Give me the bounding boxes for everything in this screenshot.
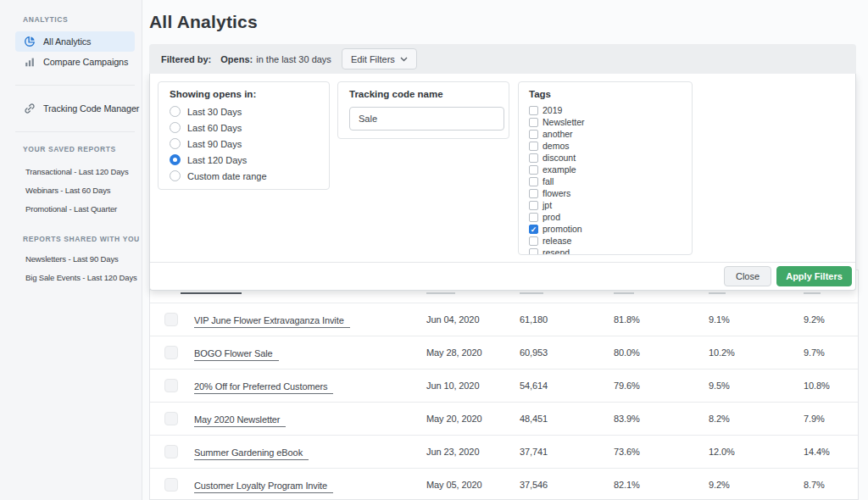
tags-filter-group: Tags 2019 Newsletter another xyxy=(518,81,693,255)
radio-option[interactable]: Last 120 Days xyxy=(170,152,318,168)
shared-report-link[interactable]: Newsletters - Last 90 Days xyxy=(25,254,142,264)
tag-option[interactable]: example xyxy=(529,164,682,175)
campaign-name-link[interactable]: May 2020 Newsletter xyxy=(194,414,286,427)
row-checkbox[interactable] xyxy=(164,412,178,425)
radio-label: Last 60 Days xyxy=(187,123,242,133)
main-content: All Analytics Filtered by: Opens: in the… xyxy=(142,0,868,500)
campaign-table: VIP June Flower Extravaganza Invite Jun … xyxy=(149,269,859,500)
radio-option[interactable]: Last 60 Days xyxy=(170,119,318,136)
pct2-cell: 10.2% xyxy=(709,347,804,358)
tag-checkbox[interactable] xyxy=(529,236,538,246)
saved-report-link[interactable]: Promotional - Last Quarter xyxy=(25,204,142,214)
pct1-cell: 80.0% xyxy=(614,347,709,358)
tag-checkbox[interactable] xyxy=(529,177,538,186)
obscured-text xyxy=(520,292,543,294)
tag-checkbox[interactable] xyxy=(529,106,538,115)
radio-button[interactable] xyxy=(170,154,181,165)
row-checkbox[interactable] xyxy=(164,313,178,326)
campaign-name-cell: May 2020 Newsletter xyxy=(194,411,426,426)
filter-bar: Filtered by: Opens: in the last 30 days … xyxy=(149,44,856,74)
tag-option[interactable]: demos xyxy=(529,140,682,152)
tag-checkbox[interactable] xyxy=(529,142,538,151)
saved-report-link[interactable]: Webinars - Last 60 Days xyxy=(25,186,142,196)
pct3-cell: 8.7% xyxy=(804,480,860,490)
sidebar-divider xyxy=(15,85,135,86)
row-checkbox[interactable] xyxy=(164,379,178,392)
close-button[interactable]: Close xyxy=(724,266,771,286)
tag-option[interactable]: release xyxy=(529,235,682,247)
tag-checkbox[interactable] xyxy=(529,165,538,175)
pct3-cell: 7.9% xyxy=(804,414,860,424)
tag-checkbox[interactable] xyxy=(529,213,538,222)
tag-option[interactable]: jpt xyxy=(529,199,682,211)
table-row[interactable]: 20% Off for Preferred Customers Jun 10, … xyxy=(150,369,858,403)
tag-option[interactable]: prod xyxy=(529,211,682,223)
radio-option[interactable]: Last 90 Days xyxy=(170,136,318,152)
tag-option[interactable]: another xyxy=(529,128,682,140)
tag-label: example xyxy=(542,164,576,175)
sidebar-item-compare-campaigns[interactable]: Compare Campaigns xyxy=(15,52,135,72)
pct1-cell: 79.6% xyxy=(614,381,709,391)
tag-checkbox[interactable] xyxy=(529,130,538,139)
tag-checkbox[interactable] xyxy=(529,201,538,210)
campaign-name-link[interactable]: VIP June Flower Extravaganza Invite xyxy=(194,315,350,328)
table-row[interactable]: VIP June Flower Extravaganza Invite Jun … xyxy=(150,303,858,336)
shared-report-link[interactable]: Big Sale Events - Last 120 Days xyxy=(25,273,142,283)
obscured-text xyxy=(614,292,634,294)
count-cell: 48,451 xyxy=(520,414,614,424)
row-checkbox[interactable] xyxy=(164,445,178,458)
sidebar-item-all-analytics[interactable]: All Analytics xyxy=(15,31,135,52)
tag-option[interactable]: fall xyxy=(529,175,682,187)
radio-button[interactable] xyxy=(170,138,181,149)
page-title: All Analytics xyxy=(149,12,258,32)
radio-option[interactable]: Last 30 Days xyxy=(170,103,318,119)
tag-option[interactable]: promotion xyxy=(529,223,682,235)
pct2-cell: 9.5% xyxy=(709,381,804,391)
radio-button[interactable] xyxy=(170,106,181,117)
campaign-name-cell: 20% Off for Preferred Customers xyxy=(194,378,426,393)
table-row[interactable]: Customer Loyalty Program Invite May 05, … xyxy=(150,469,858,500)
tag-label: discount xyxy=(542,153,576,163)
tag-checkbox[interactable] xyxy=(529,118,538,127)
radio-option[interactable]: Custom date range xyxy=(170,168,318,184)
tag-checkbox[interactable] xyxy=(529,153,538,163)
tag-option[interactable]: Newsletter xyxy=(529,116,682,128)
tag-option[interactable]: flowers xyxy=(529,187,682,199)
sidebar-section-shared-reports: REPORTS SHARED WITH YOU xyxy=(23,235,142,243)
table-row[interactable]: Summer Gardening eBook Jun 23, 2020 37,7… xyxy=(150,436,858,469)
pct1-cell: 82.1% xyxy=(614,480,709,490)
sidebar-item-tracking-code-manager[interactable]: Tracking Code Manager xyxy=(15,98,135,119)
apply-filters-button[interactable]: Apply Filters xyxy=(776,266,852,286)
pct3-cell: 9.7% xyxy=(804,347,860,358)
count-cell: 37,546 xyxy=(520,480,614,490)
tag-option[interactable]: 2019 xyxy=(529,104,682,116)
tag-checkbox[interactable] xyxy=(529,189,538,198)
campaign-name-link[interactable]: BOGO Flower Sale xyxy=(194,348,279,361)
radio-button[interactable] xyxy=(170,170,181,181)
tag-option[interactable]: discount xyxy=(529,152,682,164)
tag-checkbox[interactable] xyxy=(529,225,538,234)
radio-label: Custom date range xyxy=(187,171,267,181)
table-row[interactable]: May 2020 Newsletter May 20, 2020 48,451 … xyxy=(150,403,858,436)
table-row[interactable]: BOGO Flower Sale May 28, 2020 60,953 80.… xyxy=(150,336,858,369)
campaign-name-link[interactable]: 20% Off for Preferred Customers xyxy=(194,381,333,394)
row-checkbox[interactable] xyxy=(164,346,178,359)
row-checkbox[interactable] xyxy=(164,478,178,492)
campaign-name-link[interactable]: Summer Gardening eBook xyxy=(194,447,309,460)
tag-checkbox[interactable] xyxy=(529,248,538,256)
saved-report-link[interactable]: Transactional - Last 120 Days xyxy=(25,167,142,177)
campaign-name-cell: Summer Gardening eBook xyxy=(194,444,426,459)
table-body: VIP June Flower Extravaganza Invite Jun … xyxy=(150,303,858,500)
opens-radio-list: Last 30 Days Last 60 Days Last 90 Days xyxy=(170,103,318,184)
edit-filters-button[interactable]: Edit Filters xyxy=(342,48,417,69)
tracking-code-input[interactable] xyxy=(349,107,504,131)
campaign-name-link[interactable]: Customer Loyalty Program Invite xyxy=(194,481,333,493)
sidebar: ANALYTICS All Analytics Compare Campaign… xyxy=(0,0,142,500)
radio-button[interactable] xyxy=(170,122,181,133)
obscured-text xyxy=(804,292,821,294)
pct1-cell: 83.9% xyxy=(614,414,709,424)
filter-panel-footer: Close Apply Filters xyxy=(150,262,855,290)
tag-option[interactable]: resend xyxy=(529,247,682,255)
campaign-name-cell: BOGO Flower Sale xyxy=(194,345,426,360)
tag-label: prod xyxy=(542,212,560,222)
